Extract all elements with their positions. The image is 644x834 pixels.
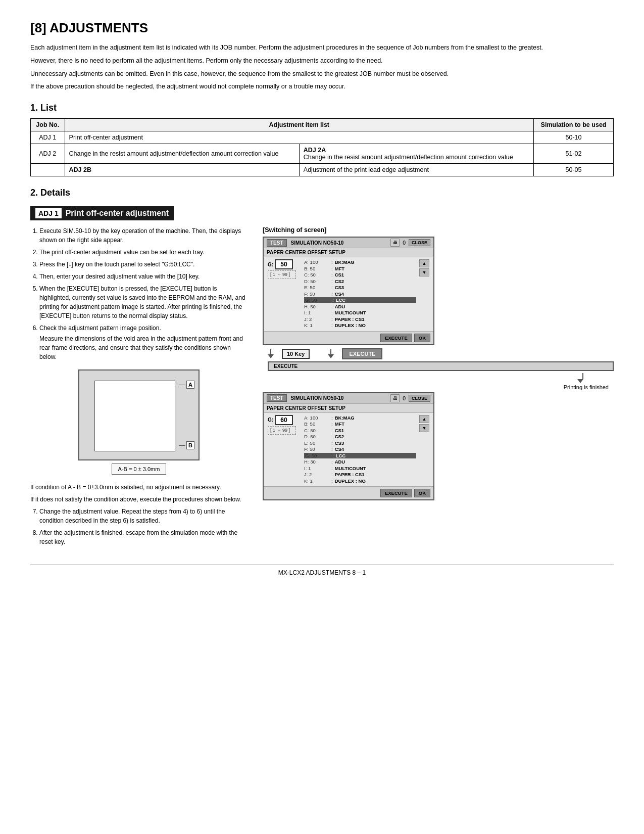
row-a: A: 100:BK:MAG [304,259,416,265]
scroll-up-btn-s2[interactable]: ▲ [419,415,429,423]
printing-label: Printing is finished [263,384,609,390]
s2-row-b: B: 50:MFT [304,421,416,427]
col-itemlist: Adjustment item list [65,119,534,131]
section1-title: 1. List [30,103,614,113]
screen1: TEST SIMULATION NO50-10 🖶 0 CLOSE PAPER … [263,237,434,345]
scroll-down-btn-s2[interactable]: ▼ [419,424,429,432]
range-label-s2: [ 1 ～ 99 ] [268,426,296,435]
step-4: Then, enter your desired adjustment valu… [39,272,247,281]
row-b: B: 50:MFT [304,266,416,271]
diagram-box: A B [78,369,200,460]
g-row-s2: G: 60 [268,415,296,425]
diagram-inner [94,381,175,451]
left-column: Execute SIM.50-10 by the key operation o… [30,226,247,549]
sim-title-s2: SIMULATION NO50-10 [291,395,344,401]
screen2: TEST SIMULATION NO50-10 🖶 0 CLOSE PAPER … [263,392,434,501]
s2-row-g-highlight: G: 50:LCC [304,453,416,458]
intro-p1: Each adjustment item in the adjustment i… [30,43,614,53]
g-input[interactable]: 50 [275,259,293,269]
adj1-title: Print off-center adjustment [66,209,169,218]
adjustment-table: Job No. Adjustment item list Simulation … [30,118,614,176]
job-adj1: ADJ 1 [31,131,65,144]
step-5: When the [EXECUTE] button is pressed, th… [39,284,247,320]
scroll-buttons: ▲ ▼ [419,259,429,329]
step-7: Change the adjustment value. Repeat the … [39,507,247,525]
printer-icon-s2: 🖶 [390,394,400,402]
scroll-buttons-s2: ▲ ▼ [419,415,429,485]
test-button-s2[interactable]: TEST [267,394,287,402]
steps-section: Execute SIM.50-10 by the key operation o… [30,226,247,361]
intro-p3: Unnecessary adjustments can be omitted. … [30,69,614,79]
screen-label: [Switching of screen] [263,226,614,234]
sim-adj2a: 51-02 [534,144,614,164]
scroll-up-btn[interactable]: ▲ [419,259,429,267]
execute-button-s1[interactable]: EXECUTE [380,334,412,342]
page-title: [8] ADJUSTMENTS [30,20,614,36]
col-jobno: Job No. [31,119,65,131]
g-input-s2[interactable]: 60 [275,415,293,425]
screen1-bottombar: EXECUTE OK [264,331,433,344]
table-row: ADJ 2 Change in the resist amount adjust… [31,144,614,164]
s2-row-k: K: 1:DUPLEX : NO [304,478,416,484]
close-button[interactable]: CLOSE [409,239,430,246]
sim-adj2b: 50-05 [534,164,614,176]
g-row: G: 50 [268,259,296,269]
s2-row-j: J: 2:PAPER : CS1 [304,472,416,477]
item-adj1: Print off-center adjustment [65,131,534,144]
range-label: [ 1 ～ 99 ] [268,270,296,279]
s2-row-i: I: 1:MULTICOUNT [304,466,416,471]
printer-icon: 🖶 [390,239,400,247]
execute-big-button[interactable]: EXECUTE [342,348,382,359]
g-label: G: [268,262,275,267]
job-adj2: ADJ 2 [31,144,65,164]
s2-row-c: C: 50:CS1 [304,428,416,433]
row-k: K: 1:DUPLEX : NO [304,322,416,328]
step-3: Press the [↓] key on the touch panel to … [39,260,247,269]
row-g-highlight: G: 50:LCC [304,297,416,303]
step-6: Check the adjustment pattern image posit… [39,323,247,361]
note-1: If condition of A - B = 0±3.0mm is satis… [30,483,247,492]
table-row: ADJ 2B Adjustment of the print lead edge… [31,164,614,176]
page-footer: MX-LCX2 ADJUSTMENTS 8 – 1 [30,565,614,576]
screen2-subtitle: PAPER CENTER OFFSET SETUP [264,404,433,413]
screen2-body: G: 60 [ 1 ～ 99 ] A: 100:BK:MAG B: 50:MFT [264,413,433,487]
test-button[interactable]: TEST [267,239,287,247]
close-button-s2[interactable]: CLOSE [409,395,430,402]
icon-value-s2: 0 [403,395,406,401]
intro-section: Each adjustment item in the adjustment i… [30,43,614,91]
row-j: J: 2:PAPER : CS1 [304,316,416,322]
step-2: The print off-center adjustment value ca… [39,248,247,257]
item-adj2b: Adjustment of the print lead edge adjust… [299,164,533,176]
s2-row-d: D: 50:CS2 [304,434,416,439]
col-simulation: Simulation to be used [534,119,614,131]
sim-title: SIMULATION NO50-10 [291,240,344,246]
ok-button-s2[interactable]: OK [414,489,430,497]
diagram-area: A B A-B = 0 ± 3.0mm [30,369,247,475]
row-f: F: 50:CS4 [304,291,416,297]
row-e: E: 50:CS3 [304,285,416,290]
s2-row-f: F: 50:CS4 [304,446,416,452]
intro-p2: However, there is no need to perform all… [30,56,614,66]
execute-standalone[interactable]: EXECUTE [268,361,614,371]
formula-box: A-B = 0 ± 3.0mm [112,464,167,475]
key-box: 10 Key [282,349,310,359]
row-d: D: 50:CS2 [304,279,416,284]
intro-p4: If the above precaution should be neglec… [30,82,614,91]
resist-label: Change in the resist amount adjustment/d… [65,144,299,164]
row-h: H: 50:ADU [304,304,416,309]
adj1-badge: ADJ 1 [35,208,62,218]
right-column: [Switching of screen] TEST SIMULATION NO… [263,226,614,503]
key-value: 10 Key [287,351,305,357]
section2-title: 2. Details [30,188,614,198]
label-a: A [186,381,194,389]
note-2: If it does not satisfy the condition abo… [30,495,247,504]
screen1-subtitle: PAPER CENTER OFFSET SETUP [264,248,433,257]
sim-adj1: 50-10 [534,131,614,144]
execute-button-s2[interactable]: EXECUTE [380,489,412,497]
adj1-header: ADJ 1 Print off-center adjustment [30,206,174,220]
g-label-s2: G: [268,417,275,423]
ok-button-s1[interactable]: OK [414,334,430,342]
icon-value: 0 [403,240,406,246]
step-1: Execute SIM.50-10 by the key operation o… [39,226,247,245]
scroll-down-btn[interactable]: ▼ [419,268,429,276]
